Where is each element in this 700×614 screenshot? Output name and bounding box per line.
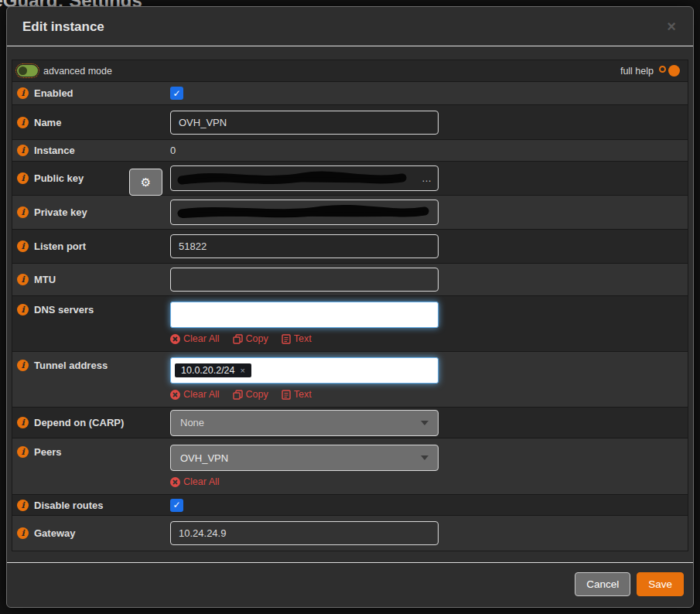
row-private-key: i Private key	[12, 196, 688, 230]
copy-icon	[233, 334, 243, 344]
copy-icon	[233, 390, 243, 400]
modal-header: Edit instance ×	[7, 7, 693, 46]
name-input[interactable]	[170, 111, 439, 135]
dns-text-link[interactable]: Text	[282, 333, 312, 344]
gateway-label: Gateway	[34, 527, 75, 539]
disable-routes-label: Disable routes	[34, 500, 104, 511]
info-icon[interactable]: i	[17, 274, 29, 285]
row-disable-routes: i Disable routes ✓	[12, 495, 688, 516]
info-icon[interactable]: i	[17, 500, 29, 511]
full-help-label: full help	[620, 66, 654, 77]
form-toolbar-row: advanced mode full help	[12, 60, 688, 82]
disable-routes-checkbox[interactable]: ✓	[170, 499, 183, 512]
info-icon[interactable]: i	[17, 117, 29, 128]
close-icon[interactable]: ×	[662, 18, 681, 35]
clear-all-icon	[170, 477, 180, 487]
text-file-icon	[282, 390, 291, 400]
info-icon[interactable]: i	[17, 240, 29, 252]
name-label: Name	[34, 117, 61, 128]
enabled-checkbox[interactable]: ✓	[170, 87, 183, 100]
dns-copy-link[interactable]: Copy	[233, 333, 268, 344]
mtu-label: MTU	[34, 274, 56, 285]
info-icon[interactable]: i	[17, 304, 29, 316]
info-icon[interactable]: i	[17, 527, 29, 539]
row-instance: i Instance 0	[12, 140, 688, 162]
info-icon[interactable]: i	[17, 417, 29, 428]
row-gateway: i Gateway	[12, 516, 688, 551]
info-icon[interactable]: i	[17, 145, 29, 156]
private-key-label: Private key	[34, 206, 87, 218]
instance-label: Instance	[34, 145, 75, 156]
peers-select[interactable]: OVH_VPN	[170, 445, 439, 471]
peers-clear-all-link[interactable]: Clear All	[170, 476, 220, 487]
modal-footer: Cancel Save	[7, 562, 693, 607]
info-icon[interactable]: i	[17, 446, 29, 458]
depend-on-carp-select[interactable]: None	[170, 410, 439, 436]
clear-all-icon	[170, 390, 180, 400]
mtu-input[interactable]	[170, 268, 439, 292]
depend-on-carp-selected: None	[180, 417, 204, 428]
dns-servers-label: DNS servers	[34, 304, 94, 316]
tunnel-address-tokenfield[interactable]: 10.0.20.2/24 ×	[170, 357, 439, 384]
tunnel-address-label: Tunnel address	[34, 360, 108, 371]
listen-port-label: Listen port	[34, 240, 86, 252]
row-dns-servers: i DNS servers Clear All Copy	[12, 296, 688, 352]
key-ellipsis: …	[422, 172, 432, 184]
info-icon[interactable]: i	[17, 87, 29, 99]
advanced-mode-toggle[interactable]: advanced mode	[17, 65, 112, 77]
tunnel-clear-all-link[interactable]: Clear All	[170, 389, 220, 400]
redacted-scribble	[176, 204, 431, 221]
toggle-off-icon	[659, 65, 680, 77]
row-public-key: i Public key ⚙ …	[12, 162, 688, 196]
modal-title: Edit instance	[22, 19, 104, 34]
row-enabled: i Enabled ✓	[12, 82, 688, 105]
row-name: i Name	[12, 105, 688, 140]
cancel-button[interactable]: Cancel	[575, 572, 630, 596]
peers-selected: OVH_VPN	[180, 452, 228, 464]
instance-form: advanced mode full help i Enabled ✓	[12, 60, 688, 551]
dns-servers-tokenfield[interactable]	[170, 302, 439, 328]
tunnel-address-token: 10.0.20.2/24 ×	[175, 363, 251, 377]
row-mtu: i MTU	[12, 264, 688, 296]
advanced-mode-label: advanced mode	[43, 66, 112, 77]
gateway-input[interactable]	[170, 521, 439, 545]
info-icon[interactable]: i	[17, 172, 29, 184]
private-key-input[interactable]	[170, 200, 439, 225]
chevron-down-icon	[421, 455, 429, 460]
generate-key-gear-icon[interactable]: ⚙	[129, 169, 162, 196]
save-button[interactable]: Save	[637, 572, 684, 596]
chevron-down-icon	[421, 421, 429, 425]
edit-instance-modal: Edit instance × advanced mode full help …	[6, 6, 694, 608]
public-key-input[interactable]: …	[170, 165, 439, 191]
clear-all-icon	[170, 334, 180, 344]
tunnel-copy-link[interactable]: Copy	[233, 389, 268, 400]
peers-label: Peers	[34, 446, 61, 458]
remove-token-icon[interactable]: ×	[241, 366, 245, 375]
row-tunnel-address: i Tunnel address 10.0.20.2/24 × Clear Al…	[12, 352, 688, 408]
enabled-label: Enabled	[34, 87, 73, 99]
public-key-label: Public key	[34, 172, 84, 184]
row-listen-port: i Listen port	[12, 230, 688, 264]
info-icon[interactable]: i	[17, 206, 29, 218]
info-icon[interactable]: i	[17, 360, 29, 371]
text-file-icon	[282, 334, 291, 344]
modal-body: advanced mode full help i Enabled ✓	[7, 46, 693, 551]
row-peers: i Peers OVH_VPN Clear All	[12, 438, 688, 495]
full-help-toggle[interactable]: full help	[620, 65, 680, 77]
depend-on-carp-label: Depend on (CARP)	[34, 417, 124, 428]
instance-value: 0	[170, 145, 680, 156]
toggle-on-icon	[17, 65, 38, 77]
row-depend-on-carp: i Depend on (CARP) None	[12, 408, 688, 438]
dns-clear-all-link[interactable]: Clear All	[170, 333, 220, 344]
listen-port-input[interactable]	[170, 234, 439, 258]
redacted-scribble	[176, 170, 408, 187]
tunnel-text-link[interactable]: Text	[282, 389, 312, 400]
